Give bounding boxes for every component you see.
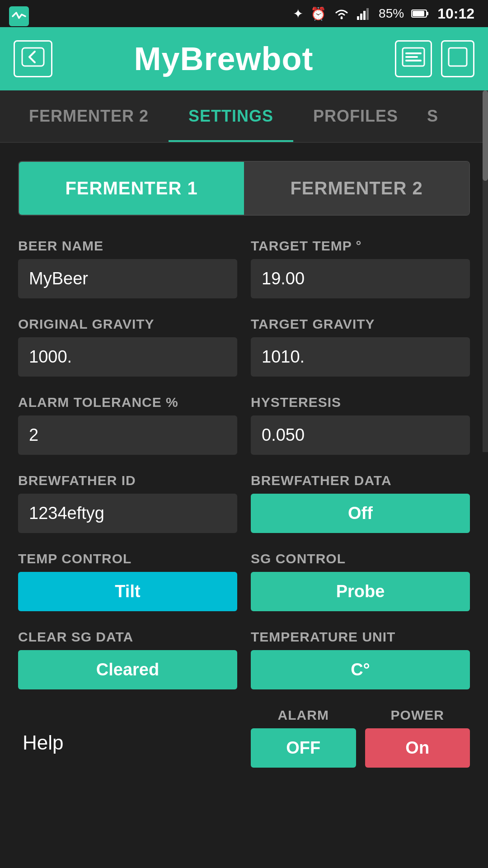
- beer-name-input[interactable]: [18, 259, 237, 298]
- hysteresis-field: HYSTERESIS: [251, 395, 470, 455]
- app-icon: [9, 6, 29, 28]
- svg-rect-3: [360, 14, 362, 20]
- svg-rect-14: [449, 48, 467, 66]
- target-temp-label: TARGET TEMP °: [251, 238, 470, 254]
- tab-fermenter2[interactable]: FERMENTER 2: [9, 90, 169, 142]
- status-icons: ✦ ⏰ 85%: [293, 6, 429, 21]
- tab-bar: FERMENTER 2 SETTINGS PROFILES S: [0, 90, 488, 143]
- brewfather-data-button[interactable]: Off: [251, 494, 470, 533]
- fermenter-selector: FERMENTER 1 FERMENTER 2: [18, 161, 470, 216]
- temperature-unit-field: TEMPERATURE UNIT C°: [251, 629, 470, 689]
- bluetooth-icon: ✦: [293, 6, 303, 21]
- brewfather-id-label: BREWFATHER ID: [18, 473, 237, 488]
- alarm-tolerance-field: ALARM TOLERANCE %: [18, 395, 237, 455]
- temp-control-field: TEMP CONTROL Tilt: [18, 551, 237, 611]
- alarm-tolerance-label: ALARM TOLERANCE %: [18, 395, 237, 410]
- original-gravity-field: ORIGINAL GRAVITY: [18, 316, 237, 377]
- target-temp-field: TARGET TEMP °: [251, 238, 470, 298]
- sg-control-field: SG CONTROL Probe: [251, 551, 470, 611]
- alarm-power-area: ALARM POWER OFF On: [251, 708, 470, 768]
- svg-rect-2: [357, 16, 359, 20]
- target-temp-input[interactable]: [251, 259, 470, 298]
- svg-rect-9: [22, 48, 44, 66]
- svg-rect-4: [363, 11, 366, 20]
- hysteresis-input[interactable]: [251, 415, 470, 455]
- power-label: POWER: [365, 708, 470, 723]
- content-area: FERMENTER 1 FERMENTER 2 BEER NAME TARGET…: [0, 143, 488, 786]
- brewfather-id-input[interactable]: [18, 494, 237, 533]
- sg-control-button[interactable]: Probe: [251, 572, 470, 611]
- sg-control-label: SG CONTROL: [251, 551, 470, 566]
- square-icon[interactable]: [441, 40, 474, 77]
- clear-sg-data-label: CLEAR SG DATA: [18, 629, 237, 645]
- alarm-power-labels: ALARM POWER: [251, 708, 470, 723]
- alarm-label: ALARM: [251, 708, 356, 723]
- wifi-icon: [333, 7, 350, 20]
- beer-name-field: BEER NAME: [18, 238, 237, 298]
- tab-profiles[interactable]: PROFILES: [293, 90, 418, 142]
- status-bar: ✦ ⏰ 85% 10:12: [0, 0, 488, 27]
- fermenter1-button[interactable]: FERMENTER 1: [19, 162, 244, 215]
- svg-rect-13: [405, 60, 422, 61]
- alarm-button[interactable]: OFF: [251, 728, 356, 768]
- help-area: Help: [18, 708, 237, 768]
- bottom-row: Help ALARM POWER OFF On: [18, 708, 470, 768]
- menu-icon[interactable]: [395, 40, 432, 77]
- scroll-thumb: [483, 90, 488, 181]
- alarm-tolerance-input[interactable]: [18, 415, 237, 455]
- original-gravity-label: ORIGINAL GRAVITY: [18, 316, 237, 332]
- header: MyBrewbot: [0, 27, 488, 90]
- signal-icon: [357, 7, 371, 20]
- battery-icon: [411, 9, 429, 19]
- brewfather-data-label: BREWFATHER DATA: [251, 473, 470, 488]
- target-gravity-label: TARGET GRAVITY: [251, 316, 470, 332]
- svg-rect-8: [413, 11, 424, 16]
- brewfather-id-field: BREWFATHER ID: [18, 473, 237, 533]
- alarm-icon: ⏰: [310, 6, 326, 21]
- original-gravity-input[interactable]: [18, 337, 237, 377]
- clear-sg-data-field: CLEAR SG DATA Cleared: [18, 629, 237, 689]
- beer-name-label: BEER NAME: [18, 238, 237, 254]
- app-title: MyBrewbot: [134, 40, 313, 77]
- target-gravity-input[interactable]: [251, 337, 470, 377]
- fermenter2-button[interactable]: FERMENTER 2: [244, 162, 469, 215]
- header-right-icons: [395, 40, 474, 77]
- alarm-power-buttons: OFF On: [251, 728, 470, 768]
- settings-form: BEER NAME TARGET TEMP ° ORIGINAL GRAVITY…: [18, 238, 470, 689]
- target-gravity-field: TARGET GRAVITY: [251, 316, 470, 377]
- battery-percent: 85%: [379, 6, 404, 21]
- svg-rect-5: [366, 8, 369, 20]
- temp-control-button[interactable]: Tilt: [18, 572, 237, 611]
- svg-rect-11: [405, 52, 422, 54]
- brewfather-data-field: BREWFATHER DATA Off: [251, 473, 470, 533]
- svg-point-1: [341, 17, 343, 19]
- svg-rect-12: [405, 56, 418, 58]
- tab-partial[interactable]: S: [418, 90, 454, 142]
- clear-sg-data-button[interactable]: Cleared: [18, 650, 237, 689]
- temperature-unit-label: TEMPERATURE UNIT: [251, 629, 470, 645]
- back-button[interactable]: [14, 40, 52, 77]
- temperature-unit-button[interactable]: C°: [251, 650, 470, 689]
- hysteresis-label: HYSTERESIS: [251, 395, 470, 410]
- svg-rect-7: [427, 12, 428, 15]
- temp-control-label: TEMP CONTROL: [18, 551, 237, 566]
- scrollbar[interactable]: [483, 90, 488, 452]
- help-button[interactable]: Help: [18, 722, 68, 763]
- tab-settings[interactable]: SETTINGS: [169, 90, 293, 142]
- power-button[interactable]: On: [365, 728, 470, 768]
- status-time: 10:12: [437, 5, 474, 22]
